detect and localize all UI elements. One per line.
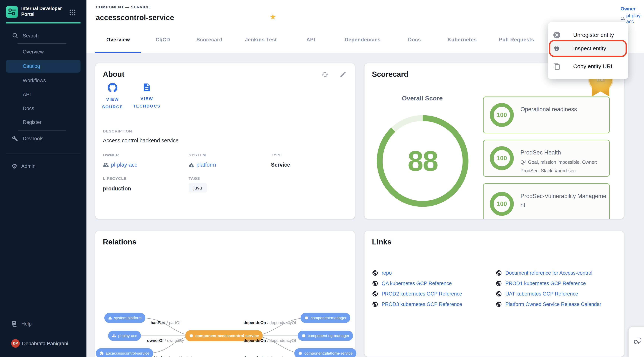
app-title: Internal Developer Portal [21, 6, 62, 17]
edge-label: dependsOn / dependencyOf [244, 356, 296, 357]
relation-node-system-platform[interactable]: system:platform [104, 313, 145, 323]
menu-item-unregister-entity[interactable]: Unregister entity [548, 28, 628, 42]
score-item-title: ProdSec-Vulnerability Management [520, 192, 609, 210]
system-icon [188, 162, 194, 168]
type-field-label: TYPE [271, 153, 282, 157]
sidebar-item-docs[interactable]: Docs [0, 102, 86, 115]
tab-kubernetes[interactable]: Kubernetes [444, 26, 480, 53]
link-repo[interactable]: repo [372, 270, 392, 276]
scorecard-item[interactable]: 100 ProdSec Health Q4 Goal, mission impo… [483, 140, 610, 177]
globe-icon [372, 301, 378, 308]
tab-cicd[interactable]: CI/CD [152, 26, 174, 53]
menu-item-inspect-entity[interactable]: Inspect entity [548, 41, 628, 56]
score-ring: 100 [490, 146, 514, 170]
cancel-circle-icon [552, 30, 561, 40]
score-ring: 100 [490, 103, 514, 127]
globe-icon [496, 280, 502, 286]
about-title: About [103, 70, 124, 78]
sidebar-item-overview[interactable]: Overview [0, 46, 86, 58]
tab-docs[interactable]: Docs [404, 26, 424, 53]
globe-icon [496, 270, 502, 276]
relation-node-pl-play-acc[interactable]: pl-play-acc [108, 331, 141, 341]
apps-grid-icon[interactable] [69, 9, 76, 16]
lifecycle-field-value: production [103, 186, 131, 192]
sidebar-item-devtools[interactable]: DevTools [0, 132, 86, 145]
links-card: Links repo QA kubernetes GCP Reference P… [364, 231, 624, 357]
relations-card: Relations system:platform pl-play-acc [96, 231, 355, 357]
sidebar-item-register[interactable]: Register [0, 116, 86, 128]
edge-label: dependsOn / dependencyOf [244, 338, 296, 343]
search-underline [18, 43, 66, 44]
sidebar-item-label: Overview [23, 49, 44, 55]
sidebar-divider [18, 130, 66, 131]
sidebar-search[interactable]: Search [0, 30, 86, 42]
link-release-calendar[interactable]: Platform Owned Service Release Calendar [496, 301, 601, 308]
relation-node-component-manager[interactable]: component:manager [300, 313, 350, 323]
active-tab-underline [95, 52, 141, 53]
view-techdocs-link[interactable]: VIEWTECHDOCS [130, 83, 164, 110]
system-field-label: SYSTEM [188, 153, 206, 157]
system-field-value[interactable]: platform [188, 162, 216, 168]
scorecard-title: Scorecard [372, 70, 408, 78]
relation-node-component-ng-manager[interactable]: component:ng-manager [298, 331, 353, 341]
scorecard-item[interactable]: 100 ProdSec-Vulnerability Management [483, 183, 610, 219]
sidebar-item-label: Help [21, 321, 32, 327]
link-doc-reference[interactable]: Document reference for Access-control [496, 270, 592, 276]
owner-block: Owner pl-play-acc [620, 6, 644, 24]
sidebar-item-label: DevTools [23, 136, 44, 142]
menu-item-copy-entity-url[interactable]: Copy entity URL [548, 59, 628, 74]
score-item-title: ProdSec Health [520, 148, 609, 157]
globe-icon [372, 280, 378, 286]
link-prod3-kubernetes[interactable]: PROD3 kubernetes GCP Reference [372, 301, 462, 308]
sidebar-item-catalog[interactable]: Catalog [0, 60, 86, 73]
tab-scorecard[interactable]: Scorecard [193, 26, 226, 53]
svg-text:?: ? [13, 322, 15, 324]
feedback-chat-button[interactable] [628, 326, 644, 357]
about-card: About VIEWSOURCE VIEWTECHDOCS DESCRIPTIO… [96, 63, 355, 219]
owner-field-label: OWNER [103, 153, 119, 157]
user-name: Debabrata Panigrahi [22, 341, 68, 346]
globe-icon [372, 291, 378, 297]
search-label: Search [23, 33, 39, 39]
tab-jenkins-test[interactable]: Jenkins Test [241, 26, 280, 53]
favorite-star-icon[interactable]: ★ [270, 12, 276, 22]
sidebar-item-label: Docs [23, 106, 34, 112]
link-prod2-kubernetes[interactable]: PROD2 kubernetes GCP Reference [372, 291, 462, 297]
sidebar-user[interactable]: DP Debabrata Panigrahi [0, 337, 86, 350]
overall-score-value: 88 [377, 115, 468, 207]
logo-glyph [6, 6, 18, 18]
link-prod1-kubernetes[interactable]: PROD1 kubernetes GCP Reference [496, 280, 586, 286]
sidebar-item-api[interactable]: API [0, 88, 86, 101]
sidebar-item-label: Catalog [23, 63, 40, 69]
tab-pull-requests[interactable]: Pull Requests [495, 26, 538, 53]
app-logo-icon[interactable] [6, 6, 18, 18]
copy-icon [552, 62, 561, 71]
search-icon [12, 33, 18, 39]
people-icon [620, 16, 625, 22]
user-avatar: DP [11, 339, 20, 348]
type-field-value: Service [271, 162, 290, 168]
owner-field-value[interactable]: pl-play-acc [103, 162, 137, 168]
tab-dependencies[interactable]: Dependencies [341, 26, 384, 53]
sidebar-item-workflows[interactable]: Workflows [0, 74, 86, 87]
entity-context-menu: Unregister entity Inspect entity Copy en… [548, 22, 628, 79]
view-source-link[interactable]: VIEWSOURCE [96, 83, 129, 111]
tab-overview[interactable]: Overview [103, 26, 134, 53]
refresh-icon[interactable] [321, 71, 329, 78]
people-icon [103, 162, 109, 168]
sidebar-item-admin[interactable]: ⚙ Admin [0, 160, 86, 172]
tab-api[interactable]: API [302, 26, 319, 53]
link-qa-kubernetes[interactable]: QA kubernetes GCP Reference [372, 280, 452, 286]
globe-icon [496, 291, 502, 297]
link-uat-kubernetes[interactable]: UAT kubernetes GCP Reference [496, 291, 578, 297]
relation-node-component-platform-service[interactable]: component:platform-service [294, 348, 356, 357]
wrench-icon [12, 136, 18, 142]
sidebar-accent-rule [6, 22, 80, 24]
score-item-subtitle: Q4 Goal, mission impossible. Owner: Prod… [520, 158, 612, 175]
scorecard-item[interactable]: 100 Operational readiness [483, 96, 610, 134]
score-item-title: Operational readiness [520, 105, 609, 114]
edge-label: dependsOn / dependencyOf [244, 320, 296, 325]
sidebar-item-help[interactable]: ? Help [0, 318, 86, 330]
tag-chip[interactable]: java [188, 183, 207, 192]
edit-pencil-icon[interactable] [340, 71, 346, 78]
